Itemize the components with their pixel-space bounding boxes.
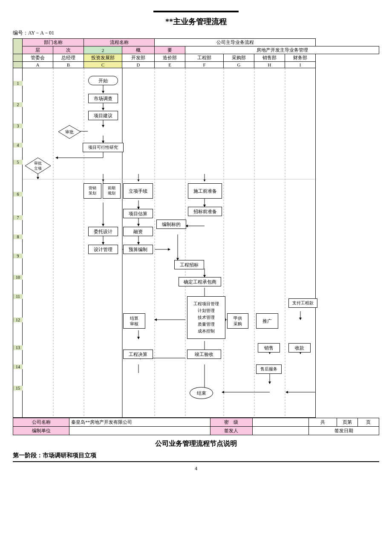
level-label: 层 bbox=[23, 46, 53, 54]
letter-h: H bbox=[254, 62, 285, 68]
node-financing: 融资 bbox=[123, 227, 153, 236]
order-label: 次 bbox=[53, 46, 84, 54]
col-a-label: 管委会 bbox=[23, 54, 53, 62]
node-end: 结束 bbox=[190, 387, 213, 399]
doc-number: 编号：AY－A－01 bbox=[13, 29, 379, 37]
company-value: 秦皇岛**房地产开发有限公司 bbox=[69, 418, 210, 427]
row-7: 7 bbox=[13, 215, 23, 220]
node-promote: 推广 bbox=[256, 313, 278, 329]
node-payment-project: 支付工程款 bbox=[288, 298, 317, 308]
node-design-mgmt: 设计管理 bbox=[88, 245, 118, 254]
node-procurement: 甲供采购 bbox=[227, 313, 248, 329]
row-2: 2 bbox=[13, 102, 23, 107]
svg-text:立项: 立项 bbox=[34, 166, 42, 171]
col-h-label: 销售部 bbox=[254, 54, 285, 62]
node-project-proposal: 项目建议 bbox=[88, 111, 118, 120]
col-d-label: 开发部 bbox=[122, 54, 155, 62]
header-row-1: 部门名称 流程名称 公司主导业务流程 bbox=[13, 39, 379, 46]
node-sales: 销售 bbox=[258, 343, 280, 353]
row-6: 6 bbox=[13, 192, 23, 197]
row-11: 11 bbox=[13, 294, 23, 299]
node-collection: 收款 bbox=[288, 343, 311, 353]
bottom-row-2: 编制单位 签发人 签发日期 bbox=[13, 427, 379, 435]
svg-marker-50 bbox=[25, 158, 51, 174]
letter-a: A bbox=[23, 62, 53, 68]
row-14: 14 bbox=[13, 364, 23, 369]
node-setup-procedures: 立项手续 bbox=[123, 183, 153, 199]
node-commission-design: 委托设计 bbox=[88, 227, 118, 236]
row-5: 5 bbox=[13, 160, 23, 165]
col-b-label: 总经理 bbox=[53, 54, 84, 62]
row-10: 10 bbox=[13, 275, 23, 280]
bottom-table: 公司名称 秦皇岛**房地产开发有限公司 密 级 共 页第 页 编制单位 签发人 … bbox=[13, 418, 379, 435]
node-budget-compile: 预算编制 bbox=[123, 245, 153, 254]
sign-date-label: 签发日期 bbox=[308, 427, 379, 435]
letter-b: B bbox=[53, 62, 84, 68]
letter-c: C bbox=[84, 62, 122, 68]
signer-label: 签发人 bbox=[210, 427, 252, 435]
letter-g: G bbox=[224, 62, 254, 68]
process-value: 公司主导业务流程 bbox=[155, 39, 316, 46]
row-13: 13 bbox=[13, 345, 23, 350]
col-letters-row: A B C D E F G H I bbox=[13, 62, 379, 68]
node-after-sales: 售后服务 bbox=[256, 364, 282, 374]
node-completion-accept: 竣工验收 bbox=[187, 350, 221, 359]
company-label: 公司名称 bbox=[13, 418, 69, 427]
page-title: **主业务管理流程 bbox=[13, 17, 379, 27]
row-4: 4 bbox=[13, 143, 23, 147]
row-9: 9 bbox=[13, 254, 23, 258]
req-label: 要 bbox=[155, 46, 185, 54]
process-label: 流程名称 bbox=[84, 39, 155, 46]
node-project-estimate: 项目估算 bbox=[123, 209, 153, 218]
col-f-label: 工程部 bbox=[185, 54, 224, 62]
col-g-label: 采购部 bbox=[224, 54, 254, 62]
sub-section-title: 第一阶段：市场调研和项目立项 bbox=[13, 452, 379, 460]
node-settlement-review: 结算审核 bbox=[123, 313, 145, 329]
node-marketing-plan: 营销策划 bbox=[84, 183, 101, 199]
svg-text:审批: 审批 bbox=[65, 130, 74, 134]
node-approve-setup: 审批 立项 bbox=[24, 157, 52, 175]
node-pre-construction: 施工前准备 bbox=[188, 183, 222, 199]
node-early-plan: 前期规划 bbox=[103, 183, 121, 199]
dept-names-row: 管委会 总经理 投资发展部 开发部 造价部 工程部 采购部 销售部 财务部 bbox=[13, 54, 379, 62]
node-pre-bid: 招标前准备 bbox=[188, 207, 222, 216]
row-15: 15 bbox=[13, 386, 23, 390]
flow-table: 部门名称 流程名称 公司主导业务流程 层 次 2 概 要 房地产开发主导业务管理… bbox=[13, 38, 379, 418]
node-bid-standard: 编制标的 bbox=[156, 220, 186, 229]
node-project-mgmt: 工程项目管理计划管理技术管理质量管理成本控制 bbox=[187, 296, 225, 339]
node-approve: 审批 bbox=[58, 124, 81, 139]
page-number: 4 bbox=[13, 465, 379, 472]
col-c-label: 投资发展部 bbox=[84, 54, 122, 62]
letter-i: I bbox=[285, 62, 316, 68]
page-title-container: **主业务管理流程 bbox=[13, 9, 379, 27]
node-market-survey: 市场调查 bbox=[88, 94, 118, 103]
summary-label: 概 bbox=[122, 46, 155, 54]
letter-f: F bbox=[185, 62, 224, 68]
letter-d: D bbox=[122, 62, 155, 68]
col-i-label: 财务部 bbox=[285, 54, 316, 62]
node-project-tender: 工程招标 bbox=[174, 260, 204, 269]
node-confirm-contractor: 确定工程承包商 bbox=[179, 277, 221, 286]
col-e-label: 造价部 bbox=[155, 54, 185, 62]
compile-unit-label: 编制单位 bbox=[13, 427, 69, 435]
flow-content-row: 1 2 3 4 5 6 7 8 9 10 11 12 13 14 15 bbox=[13, 68, 379, 418]
bottom-row-1: 公司名称 秦皇岛**房地产开发有限公司 密 级 共 页第 页 bbox=[13, 418, 379, 427]
row-1: 1 bbox=[13, 81, 23, 86]
node-feasibility: 项目可行性研究 bbox=[83, 143, 124, 152]
dept-label: 部门名称 bbox=[23, 39, 84, 46]
row-12: 12 bbox=[13, 318, 23, 322]
row-3: 3 bbox=[13, 124, 23, 128]
section-title: 公司业务管理流程节点说明 bbox=[13, 439, 379, 448]
req-value: 房地产开发主导业务管理 bbox=[185, 46, 379, 54]
svg-text:审批: 审批 bbox=[34, 161, 42, 165]
letter-e: E bbox=[155, 62, 185, 68]
header-row-2: 层 次 2 概 要 房地产开发主导业务管理 bbox=[13, 46, 379, 54]
row-8: 8 bbox=[13, 234, 23, 239]
node-project-final: 工程决算 bbox=[123, 350, 153, 359]
node-start: 开始 bbox=[88, 76, 118, 85]
security-label: 密 级 bbox=[210, 418, 252, 427]
